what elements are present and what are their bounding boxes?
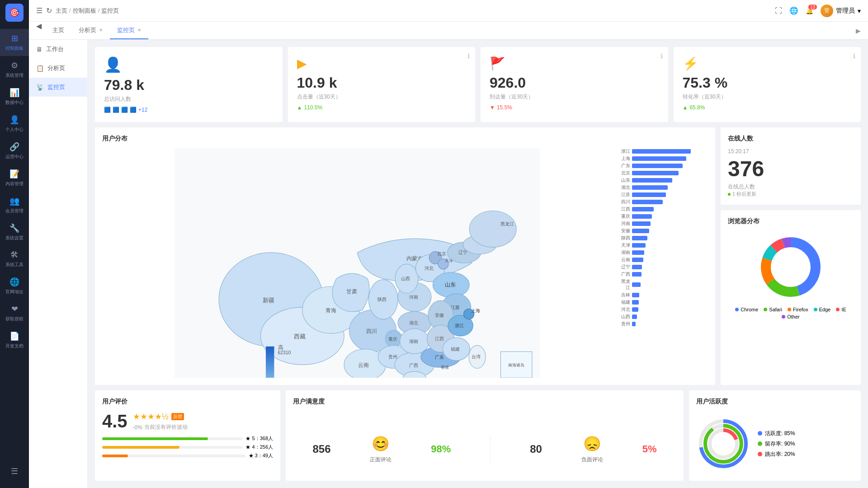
operation-icon: 🔗 <box>9 142 19 152</box>
region-bar-row: 江西 <box>618 206 708 212</box>
satisfaction-positive: 😊 正面评论 <box>370 435 392 464</box>
region-label: 辽宁 <box>618 264 630 270</box>
breadcrumb-control[interactable]: 控制面板 <box>73 7 96 15</box>
region-bar <box>632 243 646 248</box>
data-icon: 📊 <box>9 88 19 98</box>
sidebar-label-website: 官网地址 <box>5 289 24 295</box>
tab-main[interactable]: 主页 <box>45 22 71 39</box>
negative-label: 负面评论 <box>581 456 603 464</box>
notification-badge[interactable]: 🔔 13 <box>806 7 813 14</box>
region-label: 贵州 <box>618 321 630 327</box>
sidebar-label-tools: 系统工具 <box>5 262 24 268</box>
region-bar <box>632 265 642 269</box>
tab-analysis-close[interactable]: ✕ <box>99 28 103 33</box>
rating-change-desc: 当前没有评价波动 <box>144 423 188 431</box>
sidebar-item-member[interactable]: 👥 会员管理 <box>0 192 29 219</box>
svg-text:辽宁: 辽宁 <box>458 250 467 255</box>
rating-bar-fill <box>102 446 179 449</box>
system-icon: ⚙ <box>11 61 18 70</box>
satisfaction-title: 用户满意度 <box>293 398 676 406</box>
tab-analysis[interactable]: 分析页 ✕ <box>71 22 110 39</box>
sidebar-item-dashboard[interactable]: ⊞ 控制面板 <box>0 29 29 56</box>
region-label: 重庆 <box>618 213 630 220</box>
menu-toggle-icon[interactable]: ☰ <box>36 6 42 15</box>
leftnav-monitor[interactable]: 📡 监控页 <box>29 78 87 97</box>
leftnav-analysis-label: 分析页 <box>47 64 65 72</box>
clicks-icon: ▶ <box>297 56 467 71</box>
reach-info-icon[interactable]: ℹ <box>660 52 663 60</box>
sidebar-item-data[interactable]: 📊 数据中心 <box>0 83 29 110</box>
tools-icon: 🛠 <box>10 250 19 260</box>
language-icon[interactable]: 🌐 <box>789 6 798 15</box>
online-update-label: 1 秒后更新 <box>732 191 756 197</box>
activity-legend-item: 跳出率: 20% <box>758 450 795 458</box>
sidebar-item-system[interactable]: ⚙ 系统管理 <box>0 56 29 83</box>
svg-text:湖北: 湖北 <box>409 320 418 325</box>
region-label: 广东 <box>618 163 630 169</box>
visitors-label: 总访问人数 <box>104 95 274 103</box>
region-bar-row: 广东 <box>618 163 708 169</box>
personal-icon: 👤 <box>9 115 19 125</box>
region-bar <box>632 236 647 240</box>
username: 管理员 <box>836 7 855 15</box>
leftnav-workbench[interactable]: 🖥 工作台 <box>29 40 87 59</box>
satisfaction-negative-pct: 5% <box>642 443 657 455</box>
sat-divider <box>490 436 491 463</box>
svg-text:新疆: 新疆 <box>263 297 274 304</box>
visitors-value: 79.8 k <box>104 77 274 94</box>
region-bar-row: 重庆 <box>618 213 708 220</box>
leftnav-analysis[interactable]: 📋 分析页 <box>29 59 87 78</box>
region-bar <box>632 185 668 190</box>
user-avatar[interactable]: 管 管理员 ▾ <box>821 5 861 17</box>
clicks-info-icon[interactable]: ℹ <box>467 52 470 60</box>
sidebar-item-content[interactable]: 📝 内容管理 <box>0 164 29 192</box>
region-label: 陕西 <box>618 235 630 241</box>
positive-pct: 98% <box>431 443 451 455</box>
region-bar-row: 广西 <box>618 271 708 277</box>
sidebar-menu-toggle[interactable]: ☰ <box>9 462 20 481</box>
sidebar-item-personal[interactable]: 👤 个人中心 <box>0 110 29 137</box>
sidebar-label-content: 内容管理 <box>5 181 24 187</box>
devdoc-icon: 📄 <box>9 331 19 341</box>
tab-forward-icon[interactable]: ▶ <box>852 22 864 39</box>
sidebar-item-auth[interactable]: ❤ 获取授权 <box>0 300 29 327</box>
topnav-left: ☰ ↻ 主页 / 控制面板 / 监控页 <box>36 6 119 15</box>
browser-legend: Chrome Safari Firefox Edge IE Other <box>728 307 854 319</box>
tab-monitor[interactable]: 监控页 ✕ <box>110 22 148 39</box>
region-bar-row: 山东 <box>618 177 708 183</box>
fullscreen-icon[interactable]: ⛶ <box>775 7 782 15</box>
sidebar-item-settings[interactable]: 🔧 系统设置 <box>0 219 29 246</box>
tab-back-icon[interactable]: ◀ <box>33 22 45 39</box>
tab-monitor-close[interactable]: ✕ <box>137 28 141 33</box>
sidebar-label-personal: 个人中心 <box>5 127 24 133</box>
dashboard-icon: ⊞ <box>11 33 18 43</box>
region-label: 江苏 <box>618 192 630 198</box>
stat-card-reach: ℹ 🚩 926.0 到达量（近30天） ▼ 15.5% <box>481 47 668 122</box>
lower-section: 用户评价 4.5 ★★★★½ 反馈 -0% 当前没有评价波动 <box>95 390 861 481</box>
region-bar-row: 河北 <box>618 306 708 313</box>
browser-legend-dot <box>782 315 785 319</box>
region-bar-row: 山西 <box>618 314 708 320</box>
region-bar-row: 四川 <box>618 199 708 205</box>
satisfaction-positive-count: 856 <box>312 443 330 455</box>
browser-legend-label: Safari <box>769 307 782 312</box>
sidebar-item-operation[interactable]: 🔗 运营中心 <box>0 137 29 164</box>
satisfaction-content: 856 😊 正面评论 98% 80 <box>293 411 676 487</box>
auth-icon: ❤ <box>11 304 18 314</box>
clicks-label: 点击量（近30天） <box>297 93 467 101</box>
leftnav-workbench-label: 工作台 <box>46 45 64 53</box>
refresh-icon[interactable]: ↻ <box>46 6 52 15</box>
sidebar-label-member: 会员管理 <box>5 208 24 214</box>
region-label: 吉林 <box>618 292 630 298</box>
sidebar-item-tools[interactable]: 🛠 系统工具 <box>0 246 29 272</box>
region-bar-row: 湖北 <box>618 184 708 191</box>
sidebar-item-devdoc[interactable]: 📄 开发文档 <box>0 327 29 354</box>
conversion-info-icon[interactable]: ℹ <box>853 52 855 60</box>
mini-avatar-3: 🟦 <box>121 107 128 113</box>
breadcrumb-home[interactable]: 主页 <box>56 7 67 15</box>
svg-text:福建: 福建 <box>451 347 460 352</box>
region-label: 四川 <box>618 199 630 205</box>
sidebar-item-website[interactable]: 🌐 官网地址 <box>0 272 29 300</box>
region-bar <box>632 300 639 305</box>
browser-title: 浏览器分布 <box>728 217 854 225</box>
